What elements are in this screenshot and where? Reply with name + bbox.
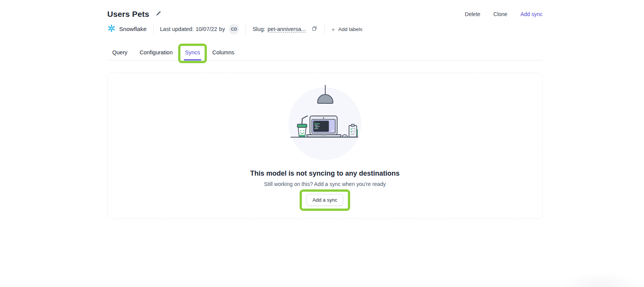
syncs-empty-state-card: This model is not syncing to any destina… xyxy=(107,73,542,219)
empty-state-illustration xyxy=(285,85,365,161)
source-link[interactable]: Snowflake xyxy=(107,24,147,34)
divider xyxy=(153,23,154,35)
tab-configuration[interactable]: Configuration xyxy=(139,47,174,60)
page-title: Users Pets xyxy=(107,10,149,19)
divider xyxy=(246,23,246,35)
add-a-sync-button[interactable]: Add a sync xyxy=(306,194,343,206)
add-labels-button[interactable]: + Add labels xyxy=(331,26,362,32)
model-meta-bar: Snowflake Last updated: 10/07/22 by CD S… xyxy=(107,23,542,35)
copy-slug-button[interactable] xyxy=(311,25,318,33)
slug-value: pet-anniversa... xyxy=(267,26,306,32)
delete-button[interactable]: Delete xyxy=(465,11,480,17)
source-name: Snowflake xyxy=(119,26,147,33)
tab-syncs[interactable]: Syncs xyxy=(184,47,202,60)
tab-columns[interactable]: Columns xyxy=(211,47,235,60)
add-a-sync-wrap: Add a sync xyxy=(306,194,343,206)
divider xyxy=(324,23,325,35)
add-sync-button[interactable]: Add sync xyxy=(520,11,542,17)
empty-state-subheading: Still working on this? Add a sync when y… xyxy=(264,181,386,187)
header-actions: Delete Clone Add sync xyxy=(465,11,542,17)
last-updated-by: by xyxy=(219,26,225,32)
snowflake-logo-icon xyxy=(107,24,116,34)
corner-widget-shadow xyxy=(529,256,644,287)
page-header: Users Pets Delete Clone Add sync xyxy=(107,8,542,21)
edit-pencil-icon xyxy=(156,11,161,18)
model-detail-page: Users Pets Delete Clone Add sync xyxy=(0,0,644,287)
tab-query[interactable]: Query xyxy=(111,47,129,60)
edit-title-button[interactable] xyxy=(155,10,162,18)
clone-button[interactable]: Clone xyxy=(493,11,508,17)
last-updated-label: Last updated: xyxy=(160,26,194,32)
slug-label: Slug: xyxy=(252,26,265,32)
tab-syncs-wrap: Syncs xyxy=(184,47,202,60)
last-updated-value: 10/07/22 xyxy=(195,26,217,32)
avatar: CD xyxy=(229,24,239,34)
empty-state-heading: This model is not syncing to any destina… xyxy=(250,170,400,178)
add-labels-label: Add labels xyxy=(338,26,362,32)
plus-icon: + xyxy=(331,26,335,32)
slug-group: Slug: pet-anniversa... xyxy=(252,25,318,33)
tab-bar: Query Configuration Syncs Columns xyxy=(107,47,542,60)
last-updated: Last updated: 10/07/22 by CD xyxy=(160,24,239,34)
copy-icon xyxy=(311,26,317,33)
